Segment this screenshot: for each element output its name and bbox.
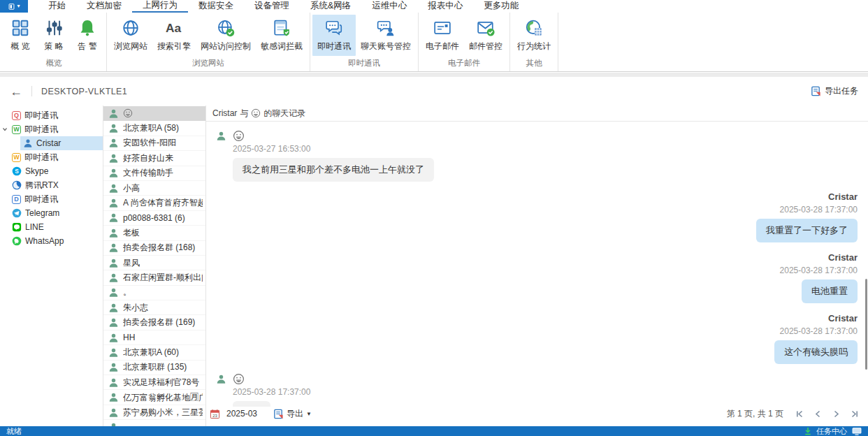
contact-name: 亿万富翁孵化基地🈷广 (3... [123, 391, 203, 404]
contact-item[interactable]: 北京兼职A (60) [103, 345, 205, 360]
contact-item[interactable] [103, 420, 205, 426]
ribbon-group-label: 即时通讯 [312, 58, 416, 71]
menu-item-3[interactable]: 数据安全 [188, 0, 244, 13]
top-menu-bar: ▾ 开始文档加密上网行为数据安全设备管理系统&网络运维中心报表中心更多功能 [0, 0, 868, 13]
sidebar-item-d-app[interactable]: D即时通讯 [0, 192, 103, 206]
ribbon-group-3: 电子邮件邮件管控电子邮件 [419, 13, 510, 71]
contact-avatar-icon [108, 228, 119, 238]
menu-item-1[interactable]: 文档加密 [76, 0, 132, 13]
contact-item[interactable]: p08088-6381 (6) [103, 211, 205, 226]
back-button[interactable]: ← [10, 85, 22, 98]
contact-item[interactable]: 北京兼职A (58) [103, 121, 205, 136]
contact-name: 北京兼职A (58) [123, 122, 179, 134]
contact-item[interactable]: 苏宁易购小米，三星荟聚购... [103, 405, 205, 420]
contact-item[interactable]: 老板 [103, 226, 205, 240]
contact-avatar-icon [108, 258, 119, 268]
alert-bell-icon [78, 19, 96, 37]
ribbon-button-overview-grid[interactable]: 概 览 [3, 15, 37, 56]
export-task-button[interactable]: 导出任务 [811, 85, 858, 97]
last-page-button[interactable] [850, 409, 859, 419]
export-dropdown[interactable]: 导出 ▼ [273, 408, 312, 420]
menu-item-4[interactable]: 设备管理 [244, 0, 300, 13]
main-content: Q即时通讯W即时通讯CristarW即时通讯SSkype腾讯RTXD即时通讯Te… [0, 106, 868, 426]
sidebar-item-wechat-app[interactable]: W即时通讯 [0, 122, 103, 136]
contact-item[interactable]: 拍卖会报名群 (168) [103, 241, 205, 256]
sidebar-item-cristar[interactable]: Cristar [0, 136, 103, 150]
sidebar-item-wecom-app[interactable]: W即时通讯 [0, 150, 103, 164]
contact-item[interactable]: 文件传输助手 [103, 166, 205, 181]
contact-name: p08088-6381 (6) [123, 213, 185, 223]
ribbon-group-label: 其他 [512, 58, 556, 71]
contact-item[interactable]: 星风 [103, 256, 205, 270]
menu-item-0[interactable]: 开始 [38, 0, 76, 13]
contact-name: 实况足球福利官78号 [123, 377, 199, 388]
status-text: 就绪 [6, 426, 22, 436]
task-center-button[interactable]: 任务中心 [816, 426, 847, 436]
monitor-icon[interactable] [852, 428, 862, 435]
chat-header: Cristar 与 的聊天记录 [206, 106, 868, 122]
sidebar-item-q-app[interactable]: Q即时通讯 [0, 108, 103, 122]
contact-item[interactable]: A 尚舍体育首府齐智超 [103, 196, 205, 210]
contact-item[interactable]: 北京兼职群 (135) [103, 361, 205, 375]
contact-item[interactable] [103, 106, 205, 121]
next-page-button[interactable] [832, 409, 841, 419]
prev-page-button[interactable] [813, 409, 823, 419]
sidebar-item-telegram[interactable]: Telegram [0, 206, 103, 220]
chat-footer: 23 2025-03 导出 ▼ 第 1 页, 共 1 页 [206, 407, 868, 426]
search-engine-icon: Aa [165, 19, 183, 37]
ribbon-button-behavior-stats[interactable]: 行为统计 [512, 15, 556, 56]
chat-account-control-icon [377, 19, 395, 37]
sidebar-item-whatsapp[interactable]: WhatsApp [0, 234, 103, 248]
status-bar: 就绪 任务中心 [0, 426, 868, 436]
contact-item[interactable]: 好茶自好山来 [103, 151, 205, 166]
contact-item[interactable]: 朱小志 [103, 300, 205, 315]
ribbon-button-im-chat[interactable]: 即时通讯 [312, 15, 356, 56]
contact-name: 北京兼职群 (135) [123, 361, 187, 373]
ribbon-button-sensitive-word-block[interactable]: 敏感词拦截 [256, 15, 308, 56]
ribbon-button-label: 告 警 [78, 41, 96, 52]
ribbon-button-label: 即时通讯 [317, 41, 351, 52]
ribbon-group-1: 浏览网站Aa搜索引擎网站访问控制敏感词拦截浏览网站 [107, 13, 310, 71]
calendar-icon[interactable]: 23 [210, 409, 220, 419]
emoji-avatar-icon [233, 373, 245, 385]
chevron-down-icon: ▾ [17, 3, 20, 9]
menu-item-8[interactable]: 更多功能 [473, 0, 529, 13]
contact-item[interactable]: HH [103, 330, 205, 345]
menu-item-5[interactable]: 系统&网络 [300, 0, 361, 13]
contact-item[interactable]: 实况足球福利官78号 [103, 375, 205, 390]
sidebar-item-rtx[interactable]: 腾讯RTX [0, 178, 103, 192]
ribbon-button-mail-control[interactable]: 邮件管控 [464, 15, 507, 56]
message-bubble: 这个有镜头膜吗 [774, 340, 858, 364]
message-timestamp: 2025-03-28 17:37:00 [216, 266, 858, 275]
contact-item[interactable]: 安固软件-阳阳 [103, 136, 205, 151]
contact-item[interactable]: 亿万富翁孵化基地🈷广 (3... [103, 390, 205, 405]
sidebar-item-label: 即时通讯 [24, 110, 58, 122]
ribbon-button-chat-account-control[interactable]: 聊天账号管控 [356, 15, 416, 56]
ribbon-button-alert-bell[interactable]: 告 警 [71, 15, 104, 56]
app-menu-button[interactable]: ▾ [0, 0, 28, 13]
contact-item[interactable]: 小高 [103, 181, 205, 196]
ribbon-button-email[interactable]: 电子邮件 [421, 15, 464, 56]
menu-item-7[interactable]: 报表中心 [417, 0, 473, 13]
contact-item[interactable]: 拍卖会报名群 (169) [103, 315, 205, 330]
contact-item[interactable]: 。 [103, 286, 205, 300]
ribbon-button-site-access-control[interactable]: 网站访问控制 [196, 15, 256, 56]
ribbon-button-browse-globe[interactable]: 浏览网站 [109, 15, 152, 56]
sidebar-item-line[interactable]: LINE [0, 220, 103, 234]
ribbon-button-policy-sliders[interactable]: 策 略 [37, 15, 71, 56]
ribbon-button-search-engine[interactable]: Aa搜索引擎 [152, 15, 196, 56]
ribbon-button-label: 策 略 [44, 41, 63, 52]
download-arrow-icon [804, 427, 811, 435]
chat-scrollbar[interactable] [865, 279, 867, 370]
menu-item-2[interactable]: 上网行为 [132, 0, 188, 13]
contact-avatar-icon [108, 333, 119, 343]
chat-panel: Cristar 与 的聊天记录 2025-03-27 16:53:00我之前用三… [206, 106, 868, 426]
first-page-button[interactable] [795, 409, 804, 419]
chevron-expanded-icon[interactable] [2, 126, 8, 132]
menu-item-6[interactable]: 运维中心 [361, 0, 417, 13]
chat-peer-name: Cristar [212, 108, 237, 118]
contact-item[interactable]: 石家庄闲置群-顺利出闲置 (... [103, 270, 205, 285]
sidebar-item-skype[interactable]: SSkype [0, 164, 103, 178]
policy-sliders-icon [45, 19, 63, 37]
month-selector[interactable]: 2025-03 [226, 409, 257, 419]
